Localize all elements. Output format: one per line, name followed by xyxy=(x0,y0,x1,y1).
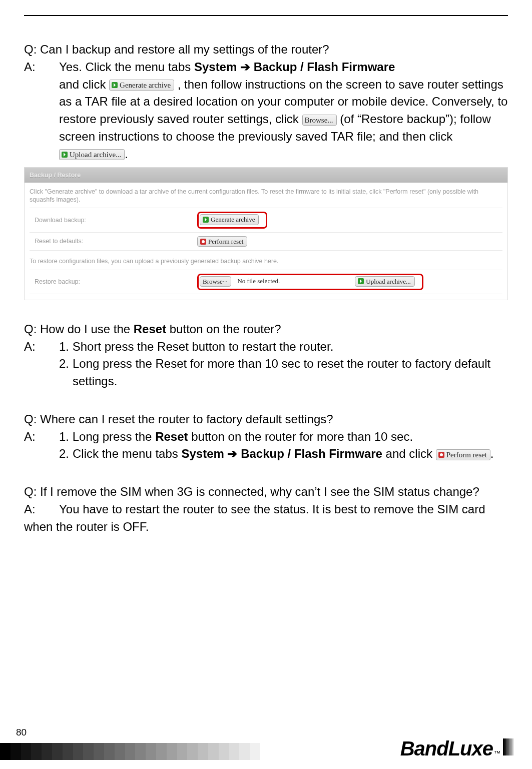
generate-archive-button: Generate archive xyxy=(109,80,174,91)
answer-3-prefix: A: xyxy=(24,428,48,463)
answer-1-and-click: and click xyxy=(59,78,109,91)
footer-gradient-bar xyxy=(0,743,260,760)
stop-icon xyxy=(438,452,444,458)
answer-3-item-2-period: . xyxy=(490,447,494,460)
question-1: Q: Can I backup and restore all my setti… xyxy=(24,41,508,59)
answer-2-prefix: A: xyxy=(24,338,48,390)
answer-1-period: . xyxy=(125,147,128,161)
upload-archive-label: Upload archive... xyxy=(70,150,121,159)
answer-2-item-2-text: Long press the Reset for more than 10 se… xyxy=(73,355,506,390)
generate-archive-label: Generate archive xyxy=(211,215,255,224)
brand-tm: ™ xyxy=(494,749,500,757)
answer-3-item-2-and-click: and click xyxy=(382,447,436,460)
question-2-bold: Reset xyxy=(134,322,166,336)
browse-file-label: Browse··· xyxy=(203,277,227,286)
perform-reset-button-inline: Perform reset xyxy=(436,449,490,460)
question-2-pre: Q: How do I use the xyxy=(24,322,134,336)
browse-label: Browse... xyxy=(305,116,333,125)
answer-1-prefix: A: xyxy=(24,59,48,163)
perform-reset-label: Perform reset xyxy=(446,450,487,459)
play-icon xyxy=(203,217,209,223)
page-footer: 80 BandLuxe™ xyxy=(0,727,532,760)
stop-icon xyxy=(200,239,206,245)
answer-2-item-2-num: 2. xyxy=(59,355,73,373)
question-2-post: button on the router? xyxy=(166,322,281,336)
play-icon xyxy=(62,152,68,158)
answer-3-item-2-pre: Click the menu tabs xyxy=(73,447,181,460)
upload-archive-label: Upload archive... xyxy=(366,277,411,286)
answer-3-item-1: 1. Long press the Reset button on the ro… xyxy=(59,428,508,446)
question-3: Q: Where can I reset the router to facto… xyxy=(24,411,508,428)
panel-title: Backup / Restore xyxy=(25,168,507,183)
browse-file-button[interactable]: Browse··· xyxy=(200,276,231,287)
browse-button: Browse... xyxy=(302,115,337,126)
download-backup-label: Download backup: xyxy=(35,216,197,225)
brand-gradient-bar xyxy=(503,738,514,755)
answer-3-item-1-post: button on the router for more than 10 se… xyxy=(188,430,413,443)
download-backup-row: Download backup: Generate archive xyxy=(30,208,502,233)
restore-backup-row: Restore backup: Browse··· No file select… xyxy=(30,270,502,295)
brand-text: BandLuxe xyxy=(400,737,493,760)
answer-3-item-1-pre: 1. Long press the xyxy=(59,430,155,443)
answer-1-intro: Yes. Click the menu tabs xyxy=(59,60,194,74)
generate-archive-button[interactable]: Generate archive xyxy=(200,214,259,225)
reset-defaults-row: Reset to defaults: Perform reset xyxy=(30,232,502,251)
answer-3-item-1-bold: Reset xyxy=(155,430,188,443)
answer-4: A:You have to restart the router to see … xyxy=(24,501,508,536)
play-icon xyxy=(358,278,364,284)
perform-reset-button[interactable]: Perform reset xyxy=(197,236,247,247)
answer-4-text: You have to restart the router to see th… xyxy=(24,502,485,533)
reset-defaults-label: Reset to defaults: xyxy=(35,237,197,246)
backup-restore-panel: Backup / Restore Click "Generate archive… xyxy=(24,167,508,301)
brand-logo: BandLuxe™ xyxy=(400,737,514,760)
panel-description: Click "Generate archive" to download a t… xyxy=(30,188,502,204)
page-header-rule xyxy=(24,15,508,16)
answer-3-item-2: 2.Click the menu tabs System ➔ Backup / … xyxy=(59,445,508,463)
question-4: Q: If I remove the SIM when 3G is connec… xyxy=(24,483,508,501)
answer-1-menu-path: System ➔ Backup / Flash Firmware xyxy=(194,60,395,74)
no-file-selected-text: No file selected. xyxy=(237,277,280,286)
perform-reset-label: Perform reset xyxy=(208,237,243,246)
restore-backup-label: Restore backup: xyxy=(35,277,197,286)
answer-4-prefix: A: xyxy=(24,501,59,518)
answer-3-item-2-bold: System ➔ Backup / Flash Firmware xyxy=(181,447,382,460)
generate-archive-label: Generate archive xyxy=(120,81,171,90)
upload-archive-button: Upload archive... xyxy=(59,149,125,160)
play-icon xyxy=(112,82,118,88)
panel-restore-description: To restore configuration files, you can … xyxy=(30,254,502,265)
upload-archive-button[interactable]: Upload archive... xyxy=(355,276,415,287)
page-number: 80 xyxy=(0,727,532,738)
question-2: Q: How do I use the Reset button on the … xyxy=(24,321,508,338)
answer-2-item-1: 1. Short press the Reset button to resta… xyxy=(59,338,508,356)
